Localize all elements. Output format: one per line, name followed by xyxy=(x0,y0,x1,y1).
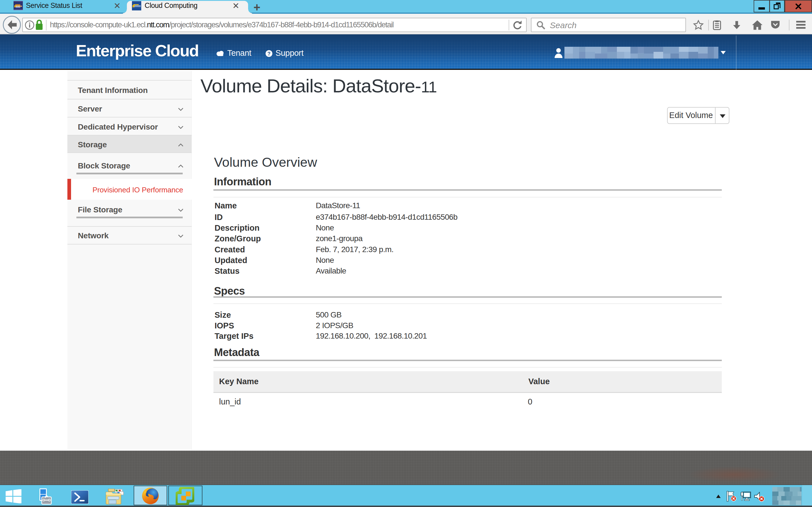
svg-text:?: ? xyxy=(267,51,271,57)
